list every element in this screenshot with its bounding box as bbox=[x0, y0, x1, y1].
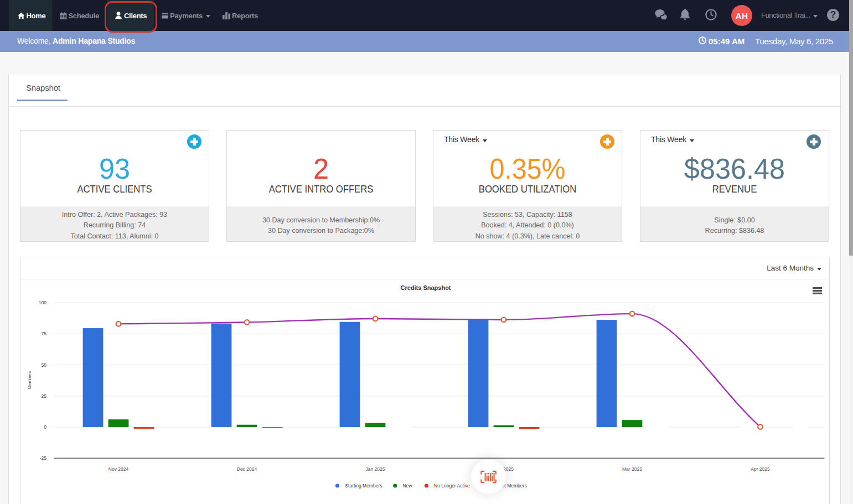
svg-text:Nov 2024: Nov 2024 bbox=[108, 466, 129, 472]
svg-text:Apr 2025: Apr 2025 bbox=[751, 466, 770, 472]
svg-text:Dec 2024: Dec 2024 bbox=[237, 466, 257, 472]
svg-text:100: 100 bbox=[39, 300, 46, 305]
svg-text:75: 75 bbox=[42, 331, 47, 336]
svg-text:Jan 2025: Jan 2025 bbox=[366, 466, 385, 472]
svg-text:Credits Snapshot: Credits Snapshot bbox=[400, 284, 451, 291]
svg-text:50: 50 bbox=[42, 362, 47, 368]
svg-text:Mar 2025: Mar 2025 bbox=[622, 466, 642, 472]
svg-text:Starting Members: Starting Members bbox=[345, 483, 382, 489]
svg-text:New: New bbox=[402, 483, 412, 489]
svg-text:No Longer Active: No Longer Active bbox=[434, 483, 470, 489]
svg-text:25: 25 bbox=[42, 393, 47, 399]
svg-text:Members: Members bbox=[27, 371, 32, 389]
svg-text:-25: -25 bbox=[40, 455, 47, 461]
svg-text:0: 0 bbox=[44, 424, 46, 430]
